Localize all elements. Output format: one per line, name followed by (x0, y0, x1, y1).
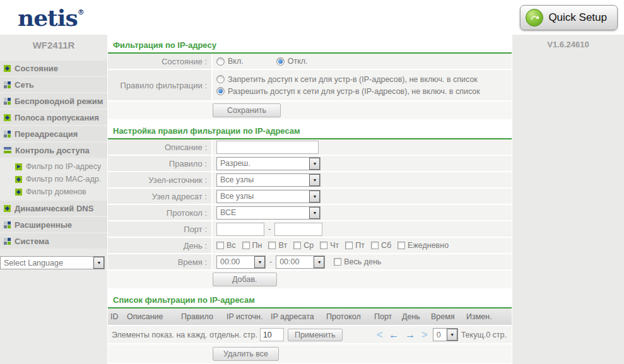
rule-deny-radio[interactable] (216, 75, 225, 83)
section-title-filter-list: Список фильтрации по IP-адресам (108, 290, 512, 308)
language-select[interactable]: Select Language ▼ (0, 256, 105, 269)
quick-setup-button[interactable]: Quick Setup (520, 5, 618, 30)
filter-rule-label: Правило фильтрации : (108, 70, 211, 100)
add-row: Добав. (108, 271, 512, 288)
day-mon-checkbox[interactable] (242, 242, 250, 249)
green-square-icon (4, 65, 11, 72)
main-content: Фильтрация по IP-адресу Состояние : Вкл.… (107, 35, 512, 364)
state-off-radio[interactable] (276, 57, 285, 66)
grid-icon (4, 238, 11, 245)
sidebar-item-advanced[interactable]: Расширенные (0, 217, 107, 232)
green-square-icon (4, 205, 11, 212)
sidebar-subitem-mac-filter[interactable]: Фильтр по MAC-адр. (15, 173, 107, 185)
quick-setup-arrow-icon (526, 9, 543, 26)
chevron-down-icon: ▼ (309, 174, 320, 186)
firmware-version: V1.6.24610 (512, 35, 624, 49)
filter-list-header: ID Описание Правило IP источн. IP адреса… (108, 308, 512, 325)
description-row: Описание : (108, 139, 512, 155)
chevron-down-icon: ▼ (93, 257, 104, 269)
green-square-icon (15, 176, 22, 183)
col-modify: Измен. (464, 312, 512, 321)
col-time: Время (428, 312, 464, 321)
sidebar: WF2411R Состояние Сеть Беспроводной режи… (0, 35, 107, 364)
day-fri-checkbox[interactable] (345, 242, 353, 249)
col-port: Порт (372, 312, 399, 321)
col-ip-dest: IP адресата (268, 312, 324, 321)
add-button[interactable]: Добав. (213, 273, 277, 286)
day-tue-checkbox[interactable] (268, 242, 276, 249)
col-rule: Правило (179, 312, 224, 321)
sidebar-item-ddns[interactable]: Динамический DNS (0, 201, 107, 216)
day-wed-checkbox[interactable] (293, 242, 301, 249)
col-day: День (399, 312, 428, 321)
section-title-rule-setup: Настройка правил фильтрации по IP-адреса… (108, 120, 512, 139)
rule-allow-radio[interactable] (216, 87, 225, 95)
per-page-label: Элементы показ. на кажд. отдельн. стр. (112, 331, 257, 339)
save-row: Сохранить (108, 102, 512, 119)
netis-logo: netis® (18, 6, 85, 29)
port-row: Порт : - (108, 221, 512, 237)
grid-icon (4, 81, 11, 88)
per-page-input[interactable] (260, 328, 284, 341)
col-protocol: Протокол (324, 312, 372, 321)
sidebar-subitem-ip-filter[interactable]: Фильтр по IP-адресу (15, 160, 107, 173)
time-row: Время : 00:00▼ - 00:00▼ Весь день (108, 254, 512, 269)
registered-mark: ® (78, 8, 85, 16)
sidebar-item-access-control[interactable]: Контроль доступа (0, 143, 107, 158)
chevron-down-icon: ▼ (447, 329, 457, 341)
all-day-checkbox[interactable] (334, 258, 341, 266)
day-everyday-checkbox[interactable] (397, 242, 405, 249)
source-host-select[interactable]: Все узлы▼ (216, 173, 321, 187)
port-from-input[interactable] (216, 223, 264, 236)
chevron-down-icon: ▼ (314, 256, 324, 268)
rule-select[interactable]: Разреш.▼ (216, 157, 321, 170)
chevron-down-icon: ▼ (309, 207, 320, 219)
col-description: Описание (124, 312, 179, 321)
col-id: ID (108, 312, 124, 321)
state-on-radio[interactable] (216, 57, 225, 66)
description-input[interactable] (216, 141, 319, 154)
state-label: Состояние : (108, 54, 211, 69)
apply-button[interactable]: Применить (288, 329, 343, 341)
day-sun-checkbox[interactable] (216, 242, 224, 249)
current-page-label: Текущ.0 стр. (461, 331, 507, 339)
right-gutter: V1.6.24610 (512, 35, 624, 364)
page-select[interactable]: 0▼ (433, 328, 458, 341)
sidebar-subitem-domain-filter[interactable]: Фильтр доменов (15, 185, 107, 198)
protocol-row: Протокол : ВСЕ▼ (108, 205, 512, 220)
time-to-select[interactable]: 00:00▼ (276, 255, 325, 269)
sidebar-item-bandwidth[interactable]: Полоса пропускания (0, 110, 107, 125)
green-square-icon (15, 189, 22, 196)
save-button[interactable]: Сохранить (213, 103, 281, 117)
protocol-select[interactable]: ВСЕ▼ (216, 206, 321, 220)
quick-setup-label: Quick Setup (548, 11, 607, 24)
time-from-select[interactable]: 00:00▼ (216, 255, 266, 269)
chevron-down-icon: ▼ (309, 158, 320, 170)
grid-icon (4, 131, 11, 138)
sidebar-item-network[interactable]: Сеть (0, 77, 107, 92)
delete-all-row: Удалить все (108, 344, 512, 363)
grid-icon (4, 221, 11, 228)
bars-icon (4, 147, 11, 154)
dest-host-select[interactable]: Все узлы▼ (216, 190, 321, 203)
dest-host-row: Узел адресат : Все узлы▼ (108, 189, 512, 204)
first-page-arrow[interactable]: < (377, 330, 382, 340)
sidebar-item-status[interactable]: Состояние (0, 61, 107, 76)
delete-all-button[interactable]: Удалить все (213, 347, 279, 361)
header: netis® Quick Setup (0, 0, 624, 35)
day-sat-checkbox[interactable] (371, 242, 379, 249)
col-ip-source: IP источн. (224, 312, 268, 321)
access-control-submenu: Фильтр по IP-адресу Фильтр по MAC-адр. Ф… (0, 159, 107, 201)
next-page-arrow[interactable]: → (405, 330, 415, 340)
port-to-input[interactable] (274, 223, 322, 236)
sidebar-item-forwarding[interactable]: Переадресация (0, 126, 107, 141)
prev-page-arrow[interactable]: ← (389, 330, 399, 340)
chevron-down-icon: ▼ (309, 191, 320, 203)
sidebar-item-system[interactable]: Система (0, 233, 107, 249)
day-thu-checkbox[interactable] (320, 242, 327, 249)
rule-row: Правило : Разреш.▼ (108, 156, 512, 171)
chevron-down-icon: ▼ (254, 256, 265, 268)
sidebar-item-wireless[interactable]: Беспроводной режим (0, 93, 107, 109)
source-host-row: Узел-источник : Все узлы▼ (108, 172, 512, 187)
last-page-arrow[interactable]: > (421, 330, 427, 340)
